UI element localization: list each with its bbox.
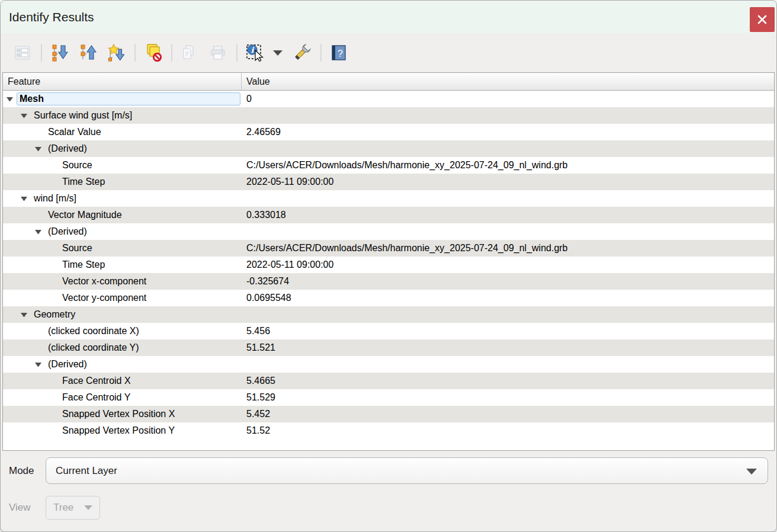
indent-spacer [3, 215, 35, 216]
feature-cell: Surface wind gust [m/s] [3, 107, 242, 124]
tree-row[interactable]: Snapped Vertex Position Y51.52 [3, 422, 774, 439]
indent-spacer [3, 116, 21, 116]
tree-row[interactable]: (Derived) [3, 223, 774, 240]
feature-cell: Face Centroid X [3, 373, 242, 389]
tree-row[interactable]: Time Step2022-05-11 09:00:00 [3, 174, 774, 190]
tree-header: Feature Value [3, 73, 774, 91]
feature-label: Surface wind gust [m/s] [34, 110, 132, 121]
tree-row[interactable]: (Derived) [3, 356, 774, 373]
tree-row[interactable]: (Derived) [3, 140, 774, 157]
collapse-tree-icon [79, 44, 97, 62]
expand-tree-button[interactable] [48, 41, 70, 64]
results-tree: Feature Value Mesh0Surface wind gust [m/… [2, 72, 775, 451]
wrench-icon [292, 43, 312, 63]
feature-cell: (Derived) [3, 356, 242, 373]
value-cell: -0.325674 [242, 273, 774, 290]
expander-triangle-icon[interactable] [35, 363, 41, 367]
indent-spacer [3, 364, 35, 365]
column-header-feature[interactable]: Feature [3, 73, 242, 90]
expander-triangle-icon[interactable] [21, 313, 27, 317]
footer: Mode Current Layer View Tree [1, 451, 776, 531]
identify-results-window: Identify Results [0, 0, 777, 532]
tree-row[interactable]: Time Step2022-05-11 09:00:00 [3, 257, 774, 273]
tree-row[interactable]: (clicked coordinate X)5.456 [3, 323, 774, 339]
toolbar-separator [171, 44, 172, 62]
tree-row[interactable]: Scalar Value2.46569 [3, 124, 774, 140]
tree-row[interactable]: wind [m/s] [3, 190, 774, 207]
indent-spacer [3, 431, 49, 431]
feature-cell: Geometry [3, 306, 242, 323]
indent-spacer [3, 281, 49, 282]
feature-cell: Vector y-component [3, 290, 242, 306]
tree-row[interactable]: Mesh0 [3, 91, 774, 107]
tree-row[interactable]: Face Centroid Y51.529 [3, 389, 774, 406]
value-cell: 51.529 [242, 389, 774, 406]
feature-label: Vector y-component [62, 293, 146, 303]
feature-label: (Derived) [48, 143, 87, 154]
expand-new-results-button[interactable] [105, 41, 127, 64]
copy-feature-button [178, 41, 201, 64]
feature-label: Snapped Vertex Position Y [62, 425, 175, 436]
feature-label: (clicked coordinate Y) [48, 342, 139, 353]
expander-triangle-icon[interactable] [35, 147, 41, 151]
tree-row[interactable]: SourceC:/Users/ACER/Downloads/Mesh/harmo… [3, 240, 774, 257]
tree-row[interactable]: Surface wind gust [m/s] [3, 107, 774, 124]
indent-spacer [3, 149, 35, 149]
indent-spacer [3, 198, 21, 199]
clear-results-button[interactable] [142, 41, 164, 64]
value-cell: 2022-05-11 09:00:00 [242, 174, 774, 190]
tree-row[interactable]: (clicked coordinate Y)51.521 [3, 339, 774, 356]
indent-spacer [3, 398, 49, 398]
value-cell: C:/Users/ACER/Downloads/Mesh/harmonie_xy… [242, 157, 774, 174]
value-cell: 51.521 [242, 339, 774, 356]
expander-triangle-icon[interactable] [21, 197, 27, 201]
toolbar-separator [134, 44, 136, 62]
view-row: View Tree [9, 496, 768, 520]
value-cell: 2.46569 [242, 124, 774, 140]
x-icon [757, 14, 768, 25]
value-cell [242, 190, 774, 207]
tree-row[interactable]: Vector Magnitude0.333018 [3, 207, 774, 223]
value-cell: 51.52 [242, 422, 774, 439]
clear-layers-icon [143, 43, 162, 62]
collapse-tree-button[interactable] [76, 41, 99, 64]
close-button[interactable] [750, 7, 775, 32]
feature-cell: Source [3, 240, 242, 257]
expander-triangle-icon[interactable] [21, 114, 27, 118]
feature-cell: (Derived) [3, 223, 242, 240]
tree-row[interactable]: Vector y-component0.0695548 [3, 290, 774, 306]
value-cell: C:/Users/ACER/Downloads/Mesh/harmonie_xy… [242, 240, 774, 257]
expander-triangle-icon[interactable] [7, 97, 13, 101]
tree-row[interactable]: Vector x-component-0.325674 [3, 273, 774, 290]
feature-cell: Snapped Vertex Position X [3, 406, 242, 422]
value-cell [242, 223, 774, 240]
expand-tree-icon [50, 44, 68, 62]
indent-spacer [3, 132, 35, 133]
tree-row[interactable]: Geometry [3, 306, 774, 323]
column-header-value[interactable]: Value [242, 73, 774, 90]
toolbar-separator [320, 44, 322, 62]
tree-row[interactable]: SourceC:/Users/ACER/Downloads/Mesh/harmo… [3, 157, 774, 174]
indent-spacer [3, 381, 49, 382]
value-cell: 0.333018 [242, 207, 774, 223]
indent-spacer [3, 182, 49, 182]
value-cell [242, 140, 774, 157]
help-button[interactable]: ? [328, 41, 350, 64]
identify-cursor-icon: i [245, 43, 264, 62]
tree-row[interactable]: Snapped Vertex Position X5.452 [3, 406, 774, 422]
indent-spacer [3, 265, 49, 265]
feature-label: Face Centroid Y [62, 392, 130, 403]
feature-cell: Source [3, 157, 242, 174]
feature-label: Scalar Value [48, 127, 101, 137]
mode-combobox[interactable]: Current Layer [46, 457, 768, 484]
feature-cell: Face Centroid Y [3, 389, 242, 406]
identify-settings-button[interactable] [291, 41, 313, 64]
chevron-down-icon [84, 505, 92, 510]
expander-triangle-icon[interactable] [35, 230, 41, 234]
feature-cell: (Derived) [3, 140, 242, 157]
toolbar-separator [41, 44, 42, 62]
identify-features-button[interactable]: i [243, 41, 266, 64]
chevron-down-icon [746, 469, 757, 475]
tree-row[interactable]: Face Centroid X5.4665 [3, 373, 774, 389]
identify-mode-dropdown-arrow[interactable] [273, 50, 282, 56]
